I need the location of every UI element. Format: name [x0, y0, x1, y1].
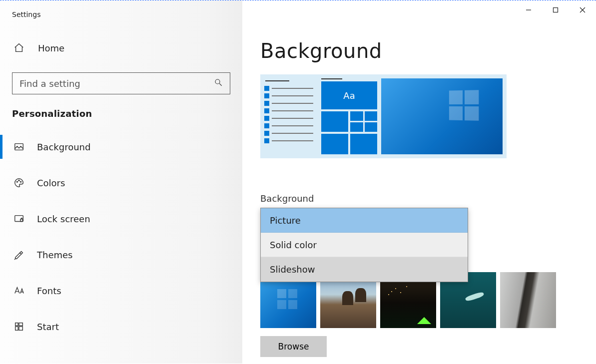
preview-tiles-mock: Aa — [321, 78, 377, 154]
home-icon — [12, 42, 26, 53]
preview-sample-text: Aa — [321, 81, 377, 109]
sidebar-item-lockscreen[interactable]: Lock screen — [0, 201, 242, 237]
preview-menu-mock — [264, 78, 317, 154]
background-type-dropdown[interactable]: Picture Solid color Slideshow — [260, 208, 468, 282]
close-button[interactable] — [569, 1, 596, 18]
sidebar-item-label: Background — [37, 142, 90, 152]
svg-rect-10 — [19, 327, 22, 330]
svg-point-3 — [18, 180, 19, 181]
category-heading: Personalization — [0, 105, 242, 129]
sidebar: Settings Home Personalization Background — [0, 0, 242, 364]
dropdown-option-label: Solid color — [270, 240, 317, 250]
active-indicator — [0, 135, 2, 159]
svg-rect-9 — [15, 327, 18, 330]
palette-icon — [12, 177, 26, 188]
dropdown-option-label: Picture — [270, 215, 301, 226]
home-label: Home — [38, 43, 64, 53]
sidebar-item-background[interactable]: Background — [0, 129, 242, 165]
svg-point-4 — [20, 181, 21, 182]
desktop-preview: Aa — [260, 74, 507, 158]
sidebar-item-label: Themes — [37, 250, 72, 260]
maximize-button[interactable] — [542, 1, 569, 18]
sidebar-item-label: Fonts — [37, 286, 61, 296]
search-icon — [214, 78, 223, 89]
dropdown-option-picture[interactable]: Picture — [261, 208, 468, 233]
search-container — [12, 72, 230, 94]
dropdown-option-label: Slideshow — [270, 264, 315, 275]
svg-rect-6 — [20, 219, 23, 222]
page-heading: Background — [260, 39, 586, 62]
preview-wallpaper-mock — [381, 78, 503, 154]
start-icon — [12, 321, 26, 332]
search-input[interactable] — [19, 78, 214, 89]
svg-rect-7 — [15, 323, 18, 326]
svg-point-0 — [215, 79, 220, 84]
search-box[interactable] — [12, 72, 230, 94]
main-content: Background Aa — [242, 0, 596, 364]
fonts-icon — [12, 285, 26, 296]
thumbnail-picture-5[interactable] — [500, 272, 556, 328]
svg-point-2 — [16, 181, 17, 182]
dropdown-option-slideshow[interactable]: Slideshow — [261, 257, 468, 282]
browse-button[interactable]: Browse — [260, 336, 327, 357]
sidebar-item-themes[interactable]: Themes — [0, 237, 242, 273]
minimize-button[interactable] — [515, 1, 542, 18]
window-title: Settings — [0, 8, 242, 32]
sidebar-home[interactable]: Home — [0, 32, 242, 63]
sidebar-item-fonts[interactable]: Fonts — [0, 273, 242, 309]
lock-screen-icon — [12, 213, 26, 224]
sidebar-item-label: Lock screen — [37, 214, 90, 224]
sidebar-item-start[interactable]: Start — [0, 309, 242, 345]
svg-rect-1 — [15, 144, 23, 150]
sidebar-item-label: Start — [37, 322, 59, 332]
themes-icon — [12, 249, 26, 260]
titlebar-controls — [515, 1, 596, 18]
sidebar-item-colors[interactable]: Colors — [0, 165, 242, 201]
background-section-label: Background — [260, 193, 586, 204]
svg-rect-8 — [19, 323, 22, 326]
picture-icon — [12, 141, 26, 152]
svg-rect-11 — [554, 8, 558, 12]
dropdown-option-solid-color[interactable]: Solid color — [261, 233, 468, 257]
sidebar-item-label: Colors — [37, 178, 65, 188]
